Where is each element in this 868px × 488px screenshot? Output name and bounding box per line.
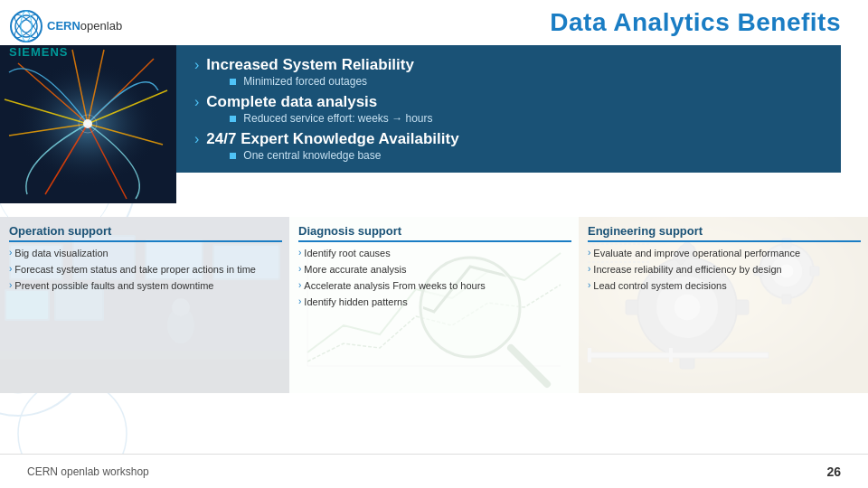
svg-rect-31 — [11, 246, 61, 278]
svg-rect-33 — [74, 237, 134, 278]
reliability-sub: Minimized forced outages — [230, 75, 414, 88]
logo-area: CERNopenlab SIEMENS — [9, 9, 122, 59]
gears-image — [579, 217, 868, 393]
svg-rect-39 — [6, 291, 48, 319]
knowledge-sub: One central knowledge base — [230, 149, 458, 162]
cern-label: CERNopenlab — [47, 20, 122, 33]
page-footer: CERN openlab workshop 26 — [0, 454, 868, 488]
svg-rect-44 — [0, 357, 289, 393]
chevron-icon-2: › — [194, 94, 199, 110]
svg-rect-69 — [754, 267, 763, 276]
page-header: Data Analytics Benefits — [0, 0, 868, 45]
bottom-images — [0, 217, 868, 393]
svg-rect-73 — [669, 348, 673, 362]
svg-rect-60 — [626, 300, 638, 314]
svg-point-57 — [674, 294, 701, 321]
bullet-2 — [230, 116, 236, 122]
info-row-2: › Complete data analysis Reduced service… — [194, 93, 823, 125]
svg-rect-71 — [588, 352, 769, 358]
info-row-3: › 24/7 Expert Knowledge Availability One… — [194, 130, 823, 162]
svg-point-66 — [779, 264, 794, 278]
analysis-heading: Complete data analysis — [206, 93, 432, 111]
bullet-1 — [230, 79, 236, 85]
bullet-3 — [230, 153, 236, 159]
reliability-heading: Increased System Reliability — [206, 56, 414, 74]
siemens-logo: SIEMENS — [9, 45, 69, 59]
svg-rect-61 — [736, 300, 749, 314]
svg-rect-68 — [782, 295, 791, 304]
chevron-icon-1: › — [194, 57, 199, 73]
svg-rect-70 — [810, 267, 819, 276]
chevron-icon-3: › — [194, 131, 199, 147]
svg-rect-67 — [782, 239, 791, 248]
cern-logo-icon — [9, 9, 43, 43]
gears-svg — [579, 217, 868, 393]
info-panel: › Increased System Reliability Minimized… — [176, 45, 841, 173]
control-room-image — [0, 217, 289, 393]
info-row-1: › Increased System Reliability Minimized… — [194, 56, 823, 88]
svg-point-11 — [20, 20, 33, 33]
analysis-sub: Reduced service effort: weeks → hours — [230, 112, 432, 125]
svg-point-43 — [172, 298, 190, 316]
magnifier-image — [289, 217, 579, 393]
page-number: 26 — [826, 465, 841, 479]
cern-logo: CERNopenlab — [9, 9, 122, 43]
svg-rect-35 — [146, 241, 202, 278]
knowledge-heading: 24/7 Expert Knowledge Availability — [206, 130, 458, 148]
page-title: Data Analytics Benefits — [550, 8, 841, 37]
control-room-svg — [0, 217, 289, 393]
svg-point-27 — [83, 119, 92, 128]
svg-rect-41 — [56, 286, 102, 319]
svg-rect-37 — [214, 246, 278, 278]
particle-collision-image — [0, 45, 176, 203]
svg-rect-72 — [588, 348, 591, 362]
workshop-label: CERN openlab workshop — [27, 465, 149, 478]
magnifier-svg — [289, 217, 579, 393]
svg-rect-45 — [0, 351, 289, 360]
